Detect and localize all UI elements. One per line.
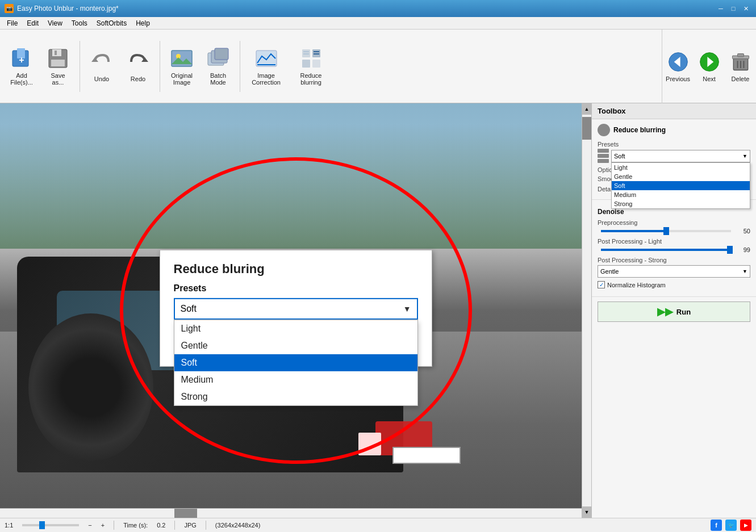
zoom-slider[interactable] [22,524,79,526]
save-as-button[interactable]: Saveas... [41,33,75,99]
zoom-plus-icon[interactable]: + [101,522,105,529]
undo-button[interactable]: Undo [85,33,119,99]
batch-mode-button[interactable]: BatchMode [201,33,235,99]
add-file-label: AddFile(s)... [10,72,33,86]
menu-view[interactable]: View [43,18,67,28]
toolbar-separator-2 [160,41,160,92]
preprocessing-thumb[interactable] [663,227,669,235]
tb-presets-label: Presets [598,141,750,148]
menu-bar: File Edit View Tools SoftOrbits Help [0,17,756,30]
postprocessing-strong-arrow-icon: ▼ [742,269,747,274]
option-soft[interactable]: Soft [174,354,417,371]
app-icon: 📷 [5,4,14,13]
tb-preset-options: Light Gentle Soft Medium Strong [611,162,750,209]
run-button[interactable]: ▶▶ Run [598,301,750,322]
postprocessing-strong-select[interactable]: Gentle ▼ [598,265,750,278]
postprocessing-light-thumb[interactable] [727,246,733,254]
delete-icon [729,51,752,73]
postprocessing-strong-wrapper: Gentle ▼ [598,265,750,278]
delete-label: Delete [732,76,750,82]
undo-label: Undo [94,76,109,82]
tb-preset-select[interactable]: Soft ▼ [611,150,750,162]
reduce-blurring-button[interactable]: Reduceblurring [290,33,332,99]
status-bar: 1:1 − + Time (s): 0.2 JPG (3264x2448x24)… [0,518,756,532]
redo-button[interactable]: Redo [121,33,155,99]
svg-text:+: + [19,55,24,65]
twitter-icon[interactable]: 🐦 [725,520,737,531]
original-image-button[interactable]: OriginalImage [165,33,199,99]
next-icon [698,51,721,73]
presets-popup: Reduce bluring Presets Soft ▼ Light Gent… [160,250,432,367]
canvas-area[interactable]: Reduce bluring Presets Soft ▼ Light Gent… [0,103,591,518]
tb-option-soft[interactable]: Soft [612,181,750,190]
tb-option-gentle[interactable]: Gentle [612,172,750,181]
presets-select[interactable]: Soft ▼ [174,298,418,320]
zoom-minus-icon[interactable]: − [88,522,91,529]
horizontal-scrollbar[interactable] [0,508,582,518]
zoom-level: 1:1 [5,522,13,529]
postprocessing-light-value: 99 [737,246,750,253]
normalize-row: ✓ Normalize Histogram [598,281,750,288]
add-file-button[interactable]: + AddFile(s)... [5,33,39,99]
tb-preset-arrow-icon: ▼ [742,153,747,159]
menu-edit[interactable]: Edit [22,18,43,28]
preprocessing-slider[interactable] [601,230,731,232]
menu-file[interactable]: File [2,18,22,28]
normalize-checkbox[interactable]: ✓ [598,281,605,288]
previous-button[interactable]: Previous [662,34,694,99]
previous-label: Previous [666,76,690,82]
minimize-button[interactable]: ─ [715,3,726,14]
option-medium[interactable]: Medium [174,371,417,388]
zoom-thumb[interactable] [39,521,45,529]
popup-title: Reduce bluring [160,250,432,283]
menu-tools[interactable]: Tools [67,18,92,28]
next-button[interactable]: Next [694,34,725,99]
status-separator-2 [174,521,175,530]
option-gentle[interactable]: Gentle [174,337,417,354]
batch-mode-label: BatchMode [210,72,226,86]
image-correction-icon [255,47,278,70]
format-value: JPG [184,522,196,529]
postprocessing-light-slider[interactable] [601,249,731,251]
undo-icon [90,51,113,73]
maximize-button[interactable]: □ [728,3,739,14]
svg-rect-30 [737,53,744,56]
title-bar: 📷 Easy Photo Unblur - montero.jpg* ─ □ ✕ [0,0,756,17]
menu-help[interactable]: Help [131,18,154,28]
postprocessing-strong-label: Post Processing - Strong [598,257,750,263]
tb-option-light[interactable]: Light [612,163,750,172]
dimensions-value: (3264x2448x24) [215,522,261,529]
zoom-value: 1:1 [5,522,13,529]
svg-rect-14 [256,51,277,66]
normalize-label: Normalize Histogram [607,282,666,288]
postprocessing-strong-value: Gentle [600,268,619,275]
vertical-scrollbar[interactable]: ▲ ▼ [582,103,591,518]
toolbox-reduce-blurring: Reduce blurring Presets Soft ▼ Light G [592,119,756,200]
menu-softorbits[interactable]: SoftOrbits [92,18,131,28]
youtube-icon[interactable]: ▶ [740,520,751,531]
tb-option-medium[interactable]: Medium [612,190,750,199]
save-icon [47,47,69,70]
close-button[interactable]: ✕ [740,3,751,14]
image-correction-label: ImageCorrection [252,72,281,86]
svg-rect-5 [51,60,65,66]
dropdown-arrow-icon: ▼ [403,304,411,313]
delete-button[interactable]: Delete [725,34,756,99]
redo-label: Redo [131,76,145,82]
option-light[interactable]: Light [174,320,417,337]
add-file-icon: + [10,47,33,70]
preprocessing-label: Preprocessing [598,219,750,226]
postprocessing-light-label: Post Processing - Light [598,238,750,245]
toolbox-panel: Toolbox Reduce blurring Presets Soft ▼ [591,103,756,518]
tb-preset-dropdown-wrapper: Soft ▼ Light Gentle Soft Medium Strong [611,150,750,162]
run-label: Run [676,308,691,316]
denoise-title: Denoise [598,208,750,216]
image-correction-button[interactable]: ImageCorrection [245,33,287,99]
window-title: Easy Photo Unblur - montero.jpg* [17,5,119,12]
selected-preset-value: Soft [181,304,197,314]
facebook-icon[interactable]: f [711,520,722,531]
social-icons: f 🐦 ▶ [711,520,751,531]
svg-rect-18 [302,60,310,68]
option-strong[interactable]: Strong [174,388,417,405]
tb-option-strong[interactable]: Strong [612,199,750,208]
